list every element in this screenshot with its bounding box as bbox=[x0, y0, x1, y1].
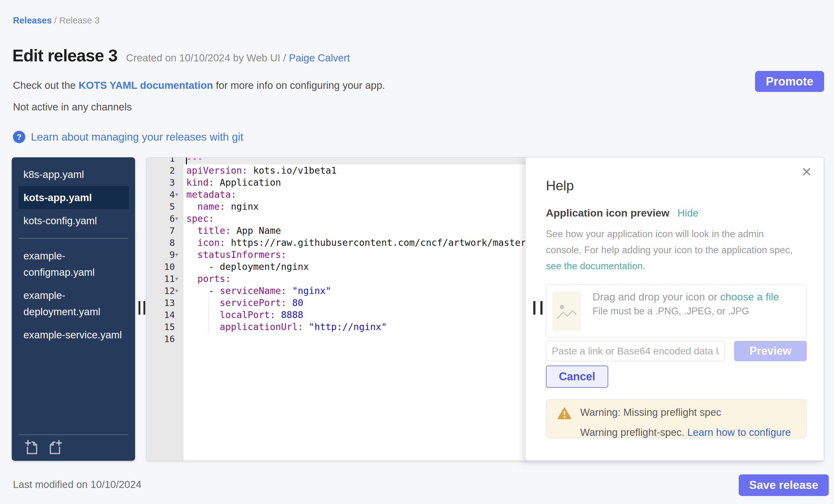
sidebar-divider bbox=[19, 238, 128, 238]
gutter-line-13: 13 bbox=[147, 297, 183, 309]
learn-configure-link[interactable]: Learn how to configure bbox=[687, 426, 791, 438]
gutter-line-12: 12▾ bbox=[147, 285, 183, 297]
icon-dropzone[interactable]: Drag and drop your icon or choose a file… bbox=[546, 284, 807, 338]
gutter-line-15: 15 bbox=[147, 321, 183, 333]
gutter-line-1: 1 bbox=[147, 157, 183, 165]
breadcrumb-current: Release 3 bbox=[59, 16, 100, 25]
cancel-button[interactable]: Cancel bbox=[546, 366, 608, 388]
created-info: Created on 10/10/2024 by Web UI / Paige … bbox=[126, 52, 350, 64]
section-title: Application icon preview bbox=[546, 207, 670, 219]
file-item-kots-config.yaml[interactable]: kots-config.yaml bbox=[19, 209, 129, 232]
promote-button[interactable]: Promote bbox=[755, 71, 824, 92]
page-title: Edit release 3 bbox=[12, 46, 117, 65]
save-release-button[interactable]: Save release bbox=[739, 475, 829, 496]
gutter-line-11: 11▾ bbox=[147, 273, 183, 285]
created-text: Created on 10/10/2024 by Web UI / bbox=[126, 52, 289, 64]
gutter-line-8: 8 bbox=[147, 237, 183, 248]
file-item-example-deployment.yaml[interactable]: example-deployment.yaml bbox=[19, 284, 129, 323]
file-item-kots-app.yaml[interactable]: kots-app.yaml bbox=[19, 186, 129, 209]
last-modified: Last modified on 10/10/2024 bbox=[13, 479, 141, 490]
help-description-line1: See how your application icon will look … bbox=[546, 226, 793, 242]
fold-arrow-icon[interactable]: ▾ bbox=[175, 189, 182, 200]
file-item-example-configmap.yaml[interactable]: example-configmap.yaml bbox=[19, 244, 129, 284]
help-resize-handle[interactable] bbox=[533, 301, 543, 314]
dropzone-text: Drag and drop your icon or choose a file… bbox=[592, 289, 779, 318]
see-documentation-link[interactable]: see the documentation bbox=[546, 261, 643, 271]
docs-suffix: for more info on configuring your app. bbox=[213, 80, 385, 91]
help-title: Help bbox=[546, 178, 574, 193]
gutter-line-3: 3 bbox=[147, 176, 183, 189]
new-file-icon[interactable] bbox=[23, 439, 40, 455]
sidebar-actions bbox=[19, 435, 128, 461]
file-item-k8s-app.yaml[interactable]: k8s-app.yaml bbox=[19, 163, 129, 186]
gutter-line-4: 4▾ bbox=[147, 189, 183, 200]
indent-guide bbox=[208, 297, 209, 333]
breadcrumb: Releases / Release 3 bbox=[13, 16, 100, 26]
warning-line1: Warning: Missing preflight spec bbox=[580, 407, 791, 418]
docs-line: Check out the KOTS YAML documentation fo… bbox=[13, 80, 385, 91]
git-help-line: ? Learn about managing your releases wit… bbox=[13, 131, 243, 143]
file-sidebar: k8s-app.yamlkots-app.yamlkots-config.yam… bbox=[12, 157, 135, 461]
kots-yaml-docs-link[interactable]: KOTS YAML documentation bbox=[79, 80, 213, 91]
image-placeholder-icon bbox=[552, 291, 581, 331]
preflight-warning: Warning: Missing preflight spec Warning … bbox=[546, 399, 807, 438]
warning-triangle-icon bbox=[557, 407, 572, 419]
warning-line2-text: Warning preflight-spec. bbox=[580, 426, 687, 438]
dropzone-line2: File must be a .PNG, .JPEG, or .JPG bbox=[592, 304, 779, 318]
git-releases-link[interactable]: Learn about managing your releases with … bbox=[31, 131, 243, 143]
help-description-line2: console. For help adding your icon to th… bbox=[546, 242, 793, 258]
icon-preview-section: Application icon preview Hide bbox=[546, 207, 698, 219]
fold-arrow-icon[interactable]: ▾ bbox=[175, 213, 182, 224]
created-by-link[interactable]: Paige Calvert bbox=[289, 52, 350, 64]
fold-arrow-icon[interactable]: ▾ bbox=[175, 285, 182, 297]
warning-line2: Warning preflight-spec. Learn how to con… bbox=[580, 426, 791, 438]
gutter-line-9: 9▾ bbox=[147, 248, 183, 261]
docs-prefix: Check out the bbox=[13, 80, 79, 91]
choose-file-link[interactable]: choose a file bbox=[720, 291, 779, 303]
file-item-example-service.yaml[interactable]: example-service.yaml bbox=[19, 323, 129, 346]
fold-arrow-icon[interactable]: ▾ bbox=[175, 273, 182, 285]
title-row: Edit release 3 Created on 10/10/2024 by … bbox=[12, 46, 350, 65]
gutter-line-16: 16 bbox=[147, 333, 183, 345]
channel-status: Not active in any channels bbox=[13, 101, 132, 113]
gutter-line-5: 5 bbox=[147, 200, 183, 213]
question-circle-icon: ? bbox=[13, 131, 25, 143]
gutter-line-14: 14 bbox=[147, 309, 183, 321]
breadcrumb-separator: / bbox=[52, 16, 59, 25]
gutter-line-10: 10 bbox=[147, 261, 183, 273]
icon-url-input[interactable] bbox=[546, 341, 725, 361]
hide-link[interactable]: Hide bbox=[678, 207, 699, 219]
warning-text: Warning: Missing preflight spec Warning … bbox=[580, 407, 791, 438]
gutter-line-6: 6▾ bbox=[147, 213, 183, 224]
preview-button[interactable]: Preview bbox=[734, 341, 807, 361]
fold-arrow-icon[interactable]: ▾ bbox=[175, 248, 182, 261]
file-list: k8s-app.yamlkots-app.yamlkots-config.yam… bbox=[12, 157, 135, 346]
help-panel: ✕ Help Application icon preview Hide See… bbox=[525, 157, 824, 461]
help-description: See how your application icon will look … bbox=[546, 226, 793, 274]
breadcrumb-releases-link[interactable]: Releases bbox=[13, 16, 52, 25]
sidebar-resize-handle[interactable] bbox=[138, 301, 145, 314]
text-cursor bbox=[186, 157, 187, 165]
dropzone-line1: Drag and drop your icon or bbox=[592, 291, 720, 303]
new-file-alt-icon[interactable] bbox=[47, 439, 64, 455]
help-description-period: . bbox=[643, 261, 645, 271]
gutter-line-2: 2 bbox=[147, 165, 183, 176]
editor-gutter: 1234▾56▾789▾1011▾12▾13141516 bbox=[147, 157, 183, 461]
gutter-line-7: 7 bbox=[147, 224, 183, 237]
help-description-line3: see the documentation. bbox=[546, 258, 793, 274]
close-icon[interactable]: ✕ bbox=[801, 166, 812, 179]
